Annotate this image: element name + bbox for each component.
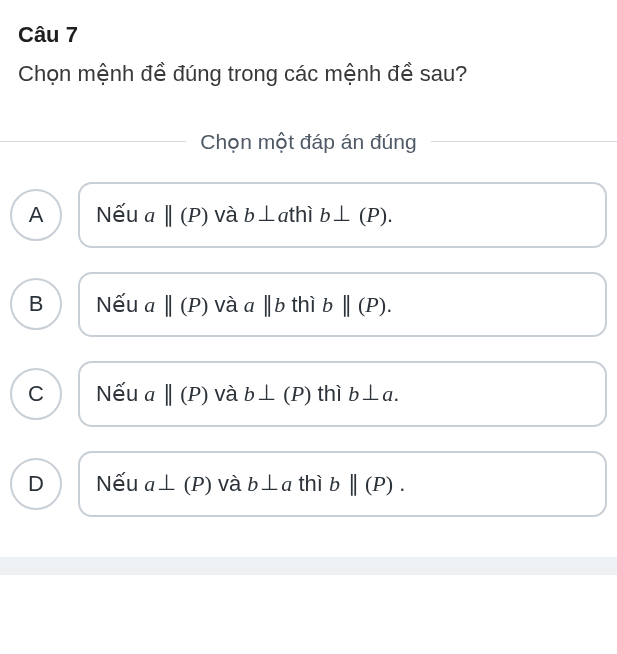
answer-prefix: Nếu	[96, 202, 144, 227]
answer-then: thì	[285, 292, 322, 317]
question-text: Chọn mệnh đề đúng trong các mệnh đề sau?	[18, 58, 599, 90]
parallel-icon: ∥	[341, 292, 351, 317]
option-row: D Nếu a⊥ (P) và b⊥a thì b ∥ (P) .	[10, 451, 607, 517]
perp-icon: ⊥	[361, 378, 380, 408]
perp-icon: ⊥	[257, 199, 276, 229]
parallel-icon: ∥	[262, 292, 272, 317]
option-row: C Nếu a ∥ (P) và b⊥ (P) thì b⊥a.	[10, 361, 607, 427]
math-plane: (P)	[180, 292, 208, 317]
answer-prefix: Nếu	[96, 381, 144, 406]
options-list: A Nếu a ∥ (P) và b⊥athì b⊥ (P). B Nếu a …	[0, 182, 617, 557]
answer-prefix: Nếu	[96, 292, 144, 317]
option-row: B Nếu a ∥ (P) và a ∥b thì b ∥ (P).	[10, 272, 607, 338]
option-row: A Nếu a ∥ (P) và b⊥athì b⊥ (P).	[10, 182, 607, 248]
math-var: a	[144, 471, 155, 496]
math-plane: (P)	[358, 292, 386, 317]
instruction-text: Chọn một đáp án đúng	[200, 130, 416, 154]
math-var: b	[322, 292, 333, 317]
option-letter: B	[29, 291, 44, 317]
math-var: a	[278, 202, 289, 227]
question-header: Câu 7 Chọn mệnh đề đúng trong các mệnh đ…	[0, 0, 617, 102]
answer-connector: và	[212, 471, 247, 496]
parallel-icon: ∥	[348, 471, 358, 496]
math-var: b	[319, 202, 330, 227]
math-var: a	[382, 381, 393, 406]
question-number: Câu 7	[18, 22, 599, 48]
footer-bar	[0, 557, 617, 575]
answer-then: thì	[289, 202, 320, 227]
math-var: b	[247, 471, 258, 496]
answer-tail: .	[387, 202, 393, 227]
option-radio-b[interactable]: B	[10, 278, 62, 330]
math-plane: (P)	[180, 202, 208, 227]
math-var: b	[244, 381, 255, 406]
answer-tail: .	[393, 471, 405, 496]
option-letter: A	[29, 202, 44, 228]
option-radio-d[interactable]: D	[10, 458, 62, 510]
perp-icon: ⊥	[157, 468, 176, 498]
divider-right	[431, 141, 617, 142]
math-var: a	[281, 471, 292, 496]
option-letter: D	[28, 471, 44, 497]
answer-connector: và	[208, 292, 243, 317]
answer-tail: .	[386, 292, 392, 317]
divider-left	[0, 141, 186, 142]
math-plane: (P)	[180, 381, 208, 406]
math-var: a	[244, 292, 255, 317]
answer-then: thì	[292, 471, 329, 496]
answer-tail: .	[393, 381, 399, 406]
math-plane: (P)	[283, 381, 311, 406]
option-radio-c[interactable]: C	[10, 368, 62, 420]
answer-connector: và	[208, 202, 243, 227]
option-letter: C	[28, 381, 44, 407]
math-plane: (P)	[184, 471, 212, 496]
perp-icon: ⊥	[257, 378, 276, 408]
perp-icon: ⊥	[260, 468, 279, 498]
math-var: a	[144, 381, 155, 406]
math-plane: (P)	[359, 202, 387, 227]
option-radio-a[interactable]: A	[10, 189, 62, 241]
answer-then: thì	[311, 381, 348, 406]
option-answer-d[interactable]: Nếu a⊥ (P) và b⊥a thì b ∥ (P) .	[78, 451, 607, 517]
math-plane: (P)	[365, 471, 393, 496]
parallel-icon: ∥	[163, 202, 173, 227]
answer-connector: và	[208, 381, 243, 406]
option-answer-c[interactable]: Nếu a ∥ (P) và b⊥ (P) thì b⊥a.	[78, 361, 607, 427]
answer-prefix: Nếu	[96, 471, 144, 496]
math-var: b	[244, 202, 255, 227]
math-var: b	[329, 471, 340, 496]
math-var: a	[144, 202, 155, 227]
parallel-icon: ∥	[163, 381, 173, 406]
math-var: b	[348, 381, 359, 406]
instruction-row: Chọn một đáp án đúng	[0, 130, 617, 154]
math-var: b	[274, 292, 285, 317]
math-var: a	[144, 292, 155, 317]
option-answer-a[interactable]: Nếu a ∥ (P) và b⊥athì b⊥ (P).	[78, 182, 607, 248]
perp-icon: ⊥	[332, 199, 351, 229]
parallel-icon: ∥	[163, 292, 173, 317]
option-answer-b[interactable]: Nếu a ∥ (P) và a ∥b thì b ∥ (P).	[78, 272, 607, 338]
